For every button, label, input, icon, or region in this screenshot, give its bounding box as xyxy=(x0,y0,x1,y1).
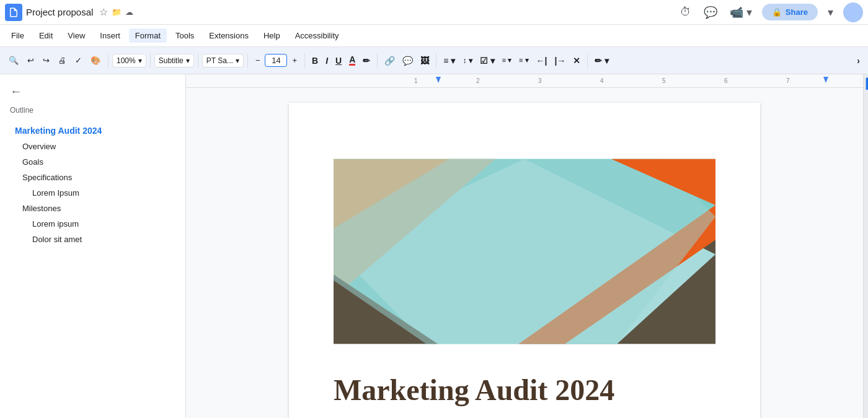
indent-more-button[interactable]: |→ xyxy=(552,53,569,68)
right-bar: ▐ xyxy=(863,74,868,418)
svg-text:6: 6 xyxy=(724,77,728,84)
outline-item-overview[interactable]: Overview xyxy=(10,139,175,154)
right-bar-scroll[interactable]: ▐ xyxy=(862,78,868,89)
numbered-list-button[interactable]: ≡ ▾ xyxy=(516,54,531,67)
menu-insert[interactable]: Insert xyxy=(94,28,126,43)
font-value: PT Sa... xyxy=(206,56,233,65)
menu-edit[interactable]: Edit xyxy=(33,28,59,43)
doc-h1-text: Marketing Audit 2024 xyxy=(334,373,715,407)
svg-rect-0 xyxy=(377,74,863,88)
sidebar: ← Outline Marketing Audit 2024 Overview … xyxy=(0,74,186,418)
share-lock-icon: 🔒 xyxy=(772,7,782,17)
paragraph-style-dropdown-icon: ▾ xyxy=(186,56,190,65)
menu-extensions[interactable]: Extensions xyxy=(203,28,255,43)
font-size-input[interactable]: 14 xyxy=(265,54,287,67)
separator-5 xyxy=(304,53,305,68)
zoom-value: 100% xyxy=(117,56,136,65)
menu-accessibility[interactable]: Accessibility xyxy=(289,28,345,43)
outline-item-milestones[interactable]: Milestones xyxy=(10,201,175,216)
zoom-dropdown-icon: ▾ xyxy=(138,56,142,65)
separator-3 xyxy=(198,53,198,68)
ruler: 1 2 3 4 5 6 7 xyxy=(186,74,863,88)
comments-button[interactable]: 💬 xyxy=(701,3,720,22)
meet-button[interactable]: 📹 ▾ xyxy=(727,3,755,22)
menu-view[interactable]: View xyxy=(61,28,91,43)
font-size-decrease-button[interactable]: − xyxy=(252,53,264,67)
svg-text:3: 3 xyxy=(538,77,542,84)
spellcheck-button[interactable]: ✓ xyxy=(71,53,86,67)
comment-button[interactable]: 💬 xyxy=(399,53,416,68)
image-button[interactable]: 🖼 xyxy=(417,53,432,68)
checklist-button[interactable]: ☑ ▾ xyxy=(477,53,498,68)
menu-bar: File Edit View Insert Format Tools Exten… xyxy=(0,25,868,47)
ruler-inner: 1 2 3 4 5 6 7 xyxy=(377,74,863,88)
document-title: Project proposal xyxy=(26,7,93,17)
menu-help[interactable]: Help xyxy=(257,28,286,43)
content-area: 1 2 3 4 5 6 7 xyxy=(186,74,863,418)
history-button[interactable]: ⏱ xyxy=(678,3,694,21)
separator-8 xyxy=(587,53,588,68)
text-color-button[interactable]: A xyxy=(346,53,358,68)
outline-item-specifications[interactable]: Specifications xyxy=(10,170,175,185)
highlight-button[interactable]: ✏ xyxy=(360,53,373,68)
outline-item-h1[interactable]: Marketing Audit 2024 xyxy=(10,123,175,138)
document-title-h1: Marketing Audit 2024 09.11.2024 xyxy=(334,373,715,418)
share-label: Share xyxy=(786,7,808,17)
print-button[interactable]: 🖨 xyxy=(55,53,70,67)
separator-7 xyxy=(436,53,436,68)
svg-text:1: 1 xyxy=(414,77,418,84)
cover-image xyxy=(334,152,715,351)
app-icon xyxy=(5,4,22,21)
search-button[interactable]: 🔍 xyxy=(5,53,22,67)
outline-label: Outline xyxy=(10,106,175,115)
indent-less-button[interactable]: ←| xyxy=(533,53,551,68)
outline-item-goals[interactable]: Goals xyxy=(10,155,175,169)
move-icon[interactable]: 📁 xyxy=(112,7,122,17)
line-spacing-button[interactable]: ↕ ▾ xyxy=(459,54,475,67)
toolbar: 🔍 ↩ ↪ 🖨 ✓ 🎨 100% ▾ Subtitle ▾ PT Sa... ▾… xyxy=(0,47,868,74)
separator-4 xyxy=(247,53,248,68)
separator-6 xyxy=(377,53,378,68)
zoom-select[interactable]: 100% ▾ xyxy=(112,54,146,67)
menu-file[interactable]: File xyxy=(5,28,30,43)
svg-text:7: 7 xyxy=(786,77,790,84)
outline-item-lorem-ipsum-2[interactable]: Lorem ipsum xyxy=(10,217,175,231)
outline-item-lorem-ipsum[interactable]: Lorem Ipsum xyxy=(10,186,175,200)
bullet-list-button[interactable]: ≡ ▾ xyxy=(499,54,515,67)
sidebar-back-button[interactable]: ← xyxy=(10,84,175,98)
bold-button[interactable]: B xyxy=(309,53,321,68)
document-scroll[interactable]: Marketing Audit 2024 09.11.2024 xyxy=(186,88,863,418)
clear-formatting-button[interactable]: ✕ xyxy=(570,53,583,68)
text-color-label: A xyxy=(349,55,355,66)
link-button[interactable]: 🔗 xyxy=(381,53,398,68)
redo-button[interactable]: ↪ xyxy=(39,53,53,67)
main-area: ← Outline Marketing Audit 2024 Overview … xyxy=(0,74,868,418)
svg-text:4: 4 xyxy=(600,77,604,84)
title-bar: Project proposal ☆ 📁 ☁ ⏱ 💬 📹 ▾ 🔒 Share ▾ xyxy=(0,0,868,25)
avatar-button[interactable] xyxy=(843,2,863,22)
undo-button[interactable]: ↩ xyxy=(24,53,38,67)
star-icon[interactable]: ☆ xyxy=(99,6,108,18)
italic-button[interactable]: I xyxy=(322,53,331,68)
cloud-icon[interactable]: ☁ xyxy=(125,7,133,17)
outline-item-dolor-sit-amet[interactable]: Dolor sit amet xyxy=(10,232,175,246)
title-right-actions: ⏱ 💬 📹 ▾ 🔒 Share ▾ xyxy=(678,2,863,22)
share-button[interactable]: 🔒 Share xyxy=(762,4,818,20)
font-select[interactable]: PT Sa... ▾ xyxy=(202,54,244,67)
svg-text:2: 2 xyxy=(476,77,480,84)
document-page: Marketing Audit 2024 09.11.2024 xyxy=(289,103,760,418)
underline-button[interactable]: U xyxy=(332,53,345,68)
menu-format[interactable]: Format xyxy=(129,28,167,43)
toolbar-expand-button[interactable]: › xyxy=(854,53,863,68)
paragraph-style-value: Subtitle xyxy=(159,56,184,65)
svg-text:5: 5 xyxy=(662,77,666,84)
font-size-increase-button[interactable]: + xyxy=(288,53,301,67)
menu-tools[interactable]: Tools xyxy=(169,28,200,43)
font-dropdown-icon: ▾ xyxy=(236,56,239,65)
share-dropdown-button[interactable]: ▾ xyxy=(825,3,836,22)
edit-mode-button[interactable]: ✏ ▾ xyxy=(591,53,612,68)
align-button[interactable]: ≡ ▾ xyxy=(440,53,458,68)
separator-2 xyxy=(150,53,151,68)
paint-format-button[interactable]: 🎨 xyxy=(87,53,104,67)
paragraph-style-select[interactable]: Subtitle ▾ xyxy=(154,54,194,67)
